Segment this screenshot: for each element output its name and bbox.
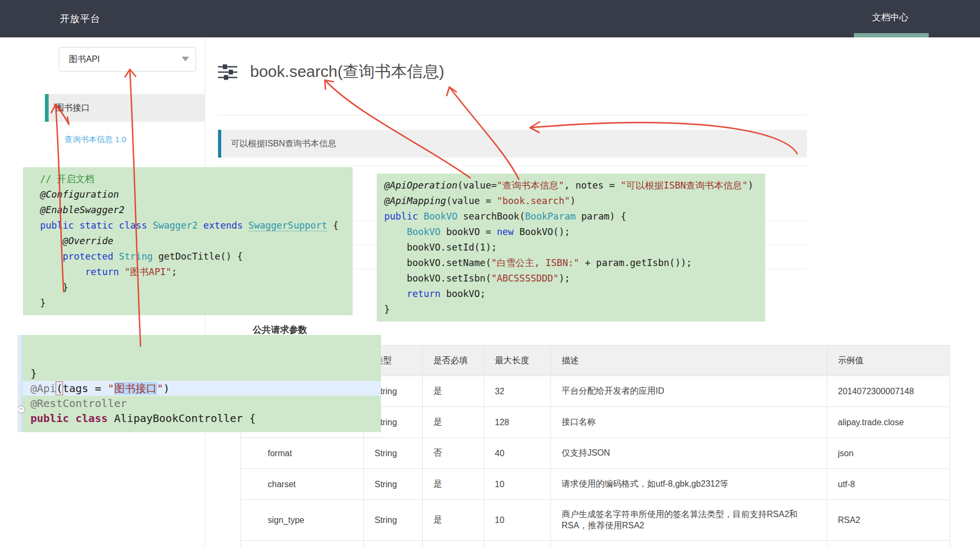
column-header: 是否必填	[423, 346, 484, 376]
cell-desc: 仅支持JSON	[551, 438, 827, 469]
cell-param: charset	[241, 469, 364, 500]
column-header: 描述	[551, 346, 827, 376]
cell-param: format	[241, 438, 364, 469]
sidebar-link-search-book[interactable]: 查询书本信息 1.0	[65, 135, 126, 145]
cell-example: RSA2	[827, 500, 950, 541]
cell-type: String	[364, 438, 423, 469]
cell-type: String	[364, 469, 423, 500]
cell-max_len: 10	[484, 469, 551, 500]
cell-desc: 商户生成签名字符串所使用的签名算法类型，目前支持RSA2和RSA，推荐使用RSA…	[551, 500, 827, 541]
arrow-to-title-left	[325, 80, 470, 178]
cell-example: alipay.trade.close	[827, 407, 950, 438]
top-header-bar	[0, 0, 980, 37]
chevron-down-icon	[182, 57, 189, 61]
api-select-value: 图书API	[69, 48, 100, 71]
cell-required: 是	[423, 376, 484, 407]
code-snippet-search-method: @ApiOperation(value="查询书本信息", notes = "可…	[377, 174, 765, 322]
code-snippet-api-controller: − }@Api(tags = "图书接口")@RestControllerpub…	[18, 335, 381, 432]
sidebar-item-book-interface[interactable]: 图书接口	[45, 94, 205, 122]
cell-example: 2014072300007148	[827, 376, 950, 407]
table-row: charsetString是10请求使用的编码格式，如utf-8,gbk,gb2…	[241, 469, 950, 500]
cell-example: json	[827, 438, 950, 469]
brand-title: 开放平台	[60, 0, 100, 37]
cell-required: 是	[423, 469, 484, 500]
column-header: 示例值	[827, 346, 950, 376]
title-divider	[218, 115, 807, 115]
section-label: 公共请求参数	[253, 324, 307, 336]
cell-required: 否	[423, 438, 484, 469]
cell-desc: 请求使用的编码格式，如utf-8,gbk,gb2312等	[551, 469, 827, 500]
sliders-icon	[218, 64, 238, 81]
table-row: formatString否40仅支持JSONjson	[241, 438, 950, 469]
nav-doc-center[interactable]: 文档中心	[858, 0, 922, 37]
cell-max_len: 128	[484, 407, 551, 438]
summary-banner: 可以根据ISBN查询书本信息	[218, 130, 807, 158]
sidebar-active-accent	[45, 94, 49, 122]
cell-max_len: 32	[484, 376, 551, 407]
table-row-partial	[241, 541, 950, 547]
cell-max_len: 40	[484, 438, 551, 469]
sidebar-item-label: 图书接口	[56, 94, 90, 122]
cell-max_len: 10	[484, 500, 551, 541]
code-snippet-swagger-config: // 开启文档@Configuration@EnableSwagger2publ…	[23, 167, 353, 315]
cell-param: sign_type	[241, 500, 364, 541]
cell-required: 是	[423, 500, 484, 541]
cell-required: 是	[423, 407, 484, 438]
page-title: book.search(查询书本信息)	[250, 61, 444, 83]
active-tab-indicator	[854, 33, 929, 37]
cell-desc: 接口名称	[551, 407, 827, 438]
api-select-dropdown[interactable]: 图书API	[59, 47, 196, 72]
summary-accent-bar	[218, 130, 221, 158]
cell-desc: 平台分配给开发者的应用ID	[551, 376, 827, 407]
summary-text: 可以根据ISBN查询书本信息	[231, 130, 336, 158]
table-row: sign_typeString是10商户生成签名字符串所使用的签名算法类型，目前…	[241, 500, 950, 541]
row-divider	[218, 166, 807, 166]
cell-example: utf-8	[827, 469, 950, 500]
column-header: 最大长度	[484, 346, 551, 376]
editor-gutter	[18, 335, 22, 432]
cell-type: String	[364, 500, 423, 541]
